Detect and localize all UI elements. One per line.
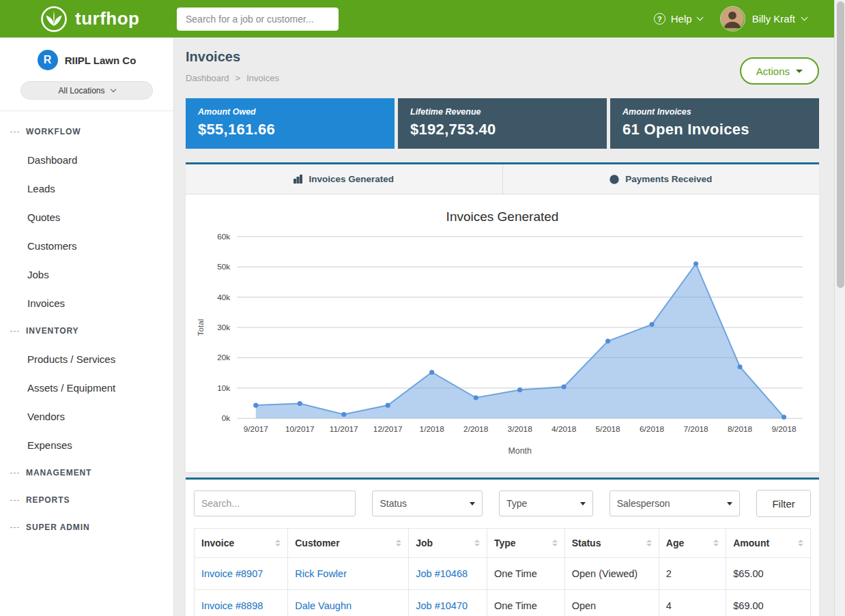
sort-icon[interactable] bbox=[396, 540, 401, 546]
stat-cards: Amount Owed $55,161.66 Lifetime Revenue … bbox=[186, 98, 819, 149]
type-select[interactable]: Type bbox=[499, 490, 593, 516]
stat-value: $192,753.40 bbox=[410, 121, 595, 138]
filter-button[interactable]: Filter bbox=[756, 490, 811, 517]
sidebar-section-inventory[interactable]: INVENTORY bbox=[0, 317, 173, 344]
svg-text:9/2018: 9/2018 bbox=[771, 424, 797, 434]
sidebar-section-management[interactable]: MANAGEMENT bbox=[0, 459, 173, 486]
section-collapse-icon bbox=[10, 500, 19, 501]
job-link[interactable]: Job #10468 bbox=[416, 568, 468, 579]
sidebar-item-dashboard[interactable]: Dashboard bbox=[0, 145, 173, 174]
brand-name: turfhop bbox=[75, 8, 139, 29]
chart-panel: Invoices Generated Payments Received Inv… bbox=[186, 162, 819, 472]
invoice-link[interactable]: Invoice #8907 bbox=[201, 568, 263, 579]
layout: R RIIPL Lawn Co All Locations WORKFLOW D… bbox=[0, 38, 834, 616]
svg-text:5/2018: 5/2018 bbox=[596, 424, 621, 434]
sidebar-item-label: Invoices bbox=[27, 297, 65, 309]
sort-icon[interactable] bbox=[474, 540, 480, 546]
breadcrumb-dashboard[interactable]: Dashboard bbox=[186, 73, 229, 83]
sort-icon[interactable] bbox=[798, 540, 803, 546]
age-cell: 2 bbox=[666, 568, 672, 579]
tab-payments-received[interactable]: Payments Received bbox=[502, 164, 820, 194]
table-header-row: Invoice Customer Job Type Status Age Amo… bbox=[195, 529, 811, 558]
sort-icon[interactable] bbox=[646, 540, 652, 546]
user-menu[interactable]: Billy Kraft bbox=[720, 6, 807, 31]
sidebar-item-assets-equipment[interactable]: Assets / Equipment bbox=[0, 373, 173, 402]
company: R RIIPL Lawn Co bbox=[0, 50, 173, 70]
svg-text:50k: 50k bbox=[217, 262, 230, 272]
sidebar-section-reports[interactable]: REPORTS bbox=[0, 486, 173, 514]
help-menu[interactable]: ? Help bbox=[654, 13, 702, 25]
sidebar-item-products-services[interactable]: Products / Services bbox=[0, 344, 173, 373]
svg-text:40k: 40k bbox=[217, 293, 230, 302]
column-header-amount[interactable]: Amount bbox=[726, 529, 811, 558]
sidebar-item-invoices[interactable]: Invoices bbox=[0, 289, 173, 317]
section-collapse-icon bbox=[10, 473, 19, 473]
brand: turfhop bbox=[0, 5, 174, 33]
section-collapse-icon bbox=[10, 527, 19, 528]
chart-tabs: Invoices Generated Payments Received bbox=[186, 164, 819, 194]
actions-button[interactable]: Actions bbox=[740, 57, 819, 85]
sidebar-item-label: Quotes bbox=[27, 211, 60, 223]
sidebar-section-super-admin[interactable]: SUPER ADMIN bbox=[0, 514, 173, 541]
sort-icon[interactable] bbox=[275, 540, 281, 546]
amount-cell: $69.00 bbox=[733, 600, 763, 611]
global-search-input[interactable] bbox=[177, 8, 339, 31]
table-row: Invoice #8898 Dale Vaughn Job #10470 One… bbox=[195, 590, 811, 616]
sidebar-item-leads[interactable]: Leads bbox=[0, 174, 173, 203]
select-arrow-icon bbox=[727, 502, 732, 505]
type-cell: One Time bbox=[494, 600, 537, 611]
topbar-right: ? Help Billy Kraft bbox=[654, 6, 834, 31]
caret-down-icon bbox=[796, 70, 803, 73]
salesperson-select[interactable]: Salesperson bbox=[610, 490, 741, 516]
column-header-job[interactable]: Job bbox=[409, 529, 487, 558]
sort-icon[interactable] bbox=[713, 540, 719, 546]
type-cell: One Time bbox=[494, 568, 537, 579]
stat-label: Lifetime Revenue bbox=[410, 107, 595, 117]
sort-icon[interactable] bbox=[552, 540, 558, 546]
column-header-invoice[interactable]: Invoice bbox=[195, 529, 288, 558]
invoice-list-panel: Status Type Salesperson Filter bbox=[186, 478, 819, 616]
sidebar-item-label: Jobs bbox=[27, 269, 49, 280]
sidebar-section-workflow[interactable]: WORKFLOW bbox=[0, 118, 173, 145]
page-title: Invoices bbox=[186, 49, 279, 65]
svg-text:12/2017: 12/2017 bbox=[373, 424, 403, 434]
locations-selector[interactable]: All Locations bbox=[20, 81, 153, 100]
tab-invoices-generated[interactable]: Invoices Generated bbox=[186, 164, 502, 194]
svg-text:20k: 20k bbox=[217, 353, 230, 362]
section-label: WORKFLOW bbox=[26, 127, 81, 136]
invoices-generated-chart: 0k10k20k30k40k50k60k9/201710/201711/2017… bbox=[192, 224, 812, 460]
column-label: Job bbox=[416, 538, 433, 548]
breadcrumb-separator: > bbox=[235, 73, 241, 83]
vertical-scrollbar[interactable] bbox=[834, 0, 845, 616]
sidebar-item-quotes[interactable]: Quotes bbox=[0, 203, 173, 231]
column-header-customer[interactable]: Customer bbox=[288, 529, 409, 558]
column-header-type[interactable]: Type bbox=[487, 529, 564, 558]
svg-text:2/2018: 2/2018 bbox=[463, 424, 489, 434]
table-search-input[interactable] bbox=[194, 490, 356, 516]
sidebar-item-vendors[interactable]: Vendors bbox=[0, 402, 173, 430]
scrollbar-thumb[interactable] bbox=[837, 1, 844, 288]
customer-link[interactable]: Rick Fowler bbox=[295, 568, 347, 579]
bar-chart-icon bbox=[293, 175, 302, 184]
customer-link[interactable]: Dale Vaughn bbox=[295, 600, 352, 611]
sidebar-item-label: Expenses bbox=[27, 439, 72, 451]
page-header: Invoices Dashboard > Invoices Actions bbox=[186, 49, 819, 85]
sidebar-item-label: Assets / Equipment bbox=[27, 382, 115, 394]
svg-text:0k: 0k bbox=[222, 413, 231, 423]
invoice-link[interactable]: Invoice #8898 bbox=[201, 600, 263, 611]
chevron-down-icon bbox=[696, 14, 703, 21]
select-arrow-icon bbox=[580, 502, 586, 505]
sidebar-item-customers[interactable]: Customers bbox=[0, 231, 173, 260]
job-link[interactable]: Job #10470 bbox=[416, 600, 468, 611]
svg-text:30k: 30k bbox=[217, 323, 230, 332]
status-select[interactable]: Status bbox=[372, 490, 483, 516]
sidebar-item-label: Customers bbox=[27, 240, 77, 252]
sidebar-item-expenses[interactable]: Expenses bbox=[0, 430, 173, 459]
column-header-age[interactable]: Age bbox=[659, 529, 726, 558]
topbar: turfhop ? Help Billy Kraft bbox=[0, 0, 834, 38]
column-header-status[interactable]: Status bbox=[564, 529, 659, 558]
svg-text:9/2017: 9/2017 bbox=[244, 424, 268, 434]
sidebar-item-jobs[interactable]: Jobs bbox=[0, 260, 173, 289]
svg-text:Month: Month bbox=[509, 446, 532, 456]
sidebar-header: R RIIPL Lawn Co All Locations bbox=[0, 38, 173, 111]
